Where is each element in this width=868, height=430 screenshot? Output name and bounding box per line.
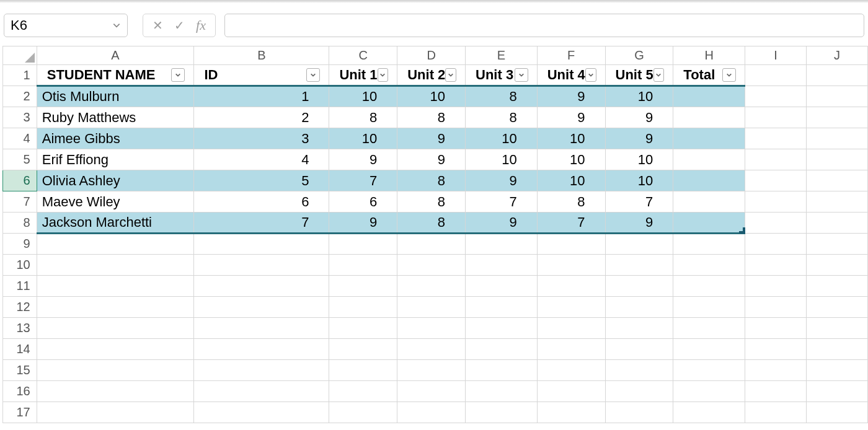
cell-D14[interactable] bbox=[397, 339, 466, 360]
cell-B12[interactable] bbox=[194, 297, 329, 318]
cell-G17[interactable] bbox=[605, 402, 673, 423]
chevron-down-icon[interactable] bbox=[112, 17, 121, 33]
cell-E13[interactable] bbox=[466, 318, 538, 339]
cell-D11[interactable] bbox=[397, 276, 466, 297]
cell-I17[interactable] bbox=[745, 402, 807, 423]
cell-F5[interactable]: 10 bbox=[537, 149, 605, 170]
cell-E1[interactable]: Unit 3 bbox=[466, 65, 538, 86]
cancel-icon[interactable]: ✕ bbox=[153, 18, 163, 33]
fx-icon[interactable]: fx bbox=[196, 17, 206, 33]
cell-C3[interactable]: 8 bbox=[329, 107, 397, 128]
row-header[interactable]: 12 bbox=[3, 297, 37, 318]
cell-I15[interactable] bbox=[745, 360, 807, 381]
cell-J14[interactable] bbox=[807, 339, 868, 360]
cell-C10[interactable] bbox=[329, 255, 397, 276]
col-header-J[interactable]: J bbox=[807, 46, 868, 65]
cell-A14[interactable] bbox=[37, 339, 194, 360]
cell-D4[interactable]: 9 bbox=[397, 128, 466, 149]
cell-J16[interactable] bbox=[807, 381, 868, 402]
cell-F11[interactable] bbox=[537, 276, 605, 297]
cell-A7[interactable]: Maeve Wiley bbox=[37, 191, 194, 213]
cell-I12[interactable] bbox=[745, 297, 807, 318]
name-box[interactable]: K6 bbox=[4, 14, 128, 37]
cell-A15[interactable] bbox=[37, 360, 194, 381]
cell-F16[interactable] bbox=[537, 381, 605, 402]
cell-D15[interactable] bbox=[397, 360, 466, 381]
cell-E6[interactable]: 9 bbox=[466, 170, 538, 191]
cell-F7[interactable]: 8 bbox=[537, 191, 605, 213]
cell-E5[interactable]: 10 bbox=[466, 149, 538, 170]
cell-B15[interactable] bbox=[194, 360, 329, 381]
row-header[interactable]: 1 bbox=[3, 65, 37, 86]
col-header-I[interactable]: I bbox=[745, 46, 807, 65]
cell-H9[interactable] bbox=[673, 234, 745, 255]
cell-C4[interactable]: 10 bbox=[329, 128, 397, 149]
row-header[interactable]: 9 bbox=[3, 234, 37, 255]
cell-B3[interactable]: 2 bbox=[194, 107, 329, 128]
cell-J6[interactable] bbox=[807, 170, 868, 191]
row-header[interactable]: 16 bbox=[3, 381, 37, 402]
cell-C13[interactable] bbox=[329, 318, 397, 339]
cell-H6[interactable] bbox=[673, 170, 745, 191]
spreadsheet-grid[interactable]: ABCDEFGHIJ1STUDENT NAMEIDUnit 1Unit 2Uni… bbox=[2, 46, 868, 430]
col-header-E[interactable]: E bbox=[466, 46, 538, 65]
cell-F1[interactable]: Unit 4 bbox=[537, 65, 605, 86]
cell-J10[interactable] bbox=[807, 255, 868, 276]
cell-B2[interactable]: 1 bbox=[194, 86, 329, 107]
cell-D3[interactable]: 8 bbox=[397, 107, 466, 128]
row-header[interactable]: 2 bbox=[3, 86, 37, 107]
cell-H10[interactable] bbox=[673, 255, 745, 276]
cell-I4[interactable] bbox=[745, 128, 807, 149]
cell-E14[interactable] bbox=[466, 339, 538, 360]
cell-H13[interactable] bbox=[673, 318, 745, 339]
col-header-C[interactable]: C bbox=[329, 46, 397, 65]
cell-A9[interactable] bbox=[37, 234, 194, 255]
cell-H1[interactable]: Total bbox=[673, 65, 745, 86]
filter-button[interactable] bbox=[585, 68, 596, 82]
cell-H15[interactable] bbox=[673, 360, 745, 381]
cell-D9[interactable] bbox=[397, 234, 466, 255]
cell-A5[interactable]: Erif Effiong bbox=[37, 149, 194, 170]
cell-F10[interactable] bbox=[537, 255, 605, 276]
cell-F12[interactable] bbox=[537, 297, 605, 318]
cell-C17[interactable] bbox=[329, 402, 397, 423]
cell-G10[interactable] bbox=[605, 255, 673, 276]
cell-F15[interactable] bbox=[537, 360, 605, 381]
cell-B8[interactable]: 7 bbox=[194, 213, 329, 234]
cell-A8[interactable]: Jackson Marchetti bbox=[37, 213, 194, 234]
cell-H3[interactable] bbox=[673, 107, 745, 128]
col-header-G[interactable]: G bbox=[605, 46, 673, 65]
row-header[interactable]: 3 bbox=[3, 107, 37, 128]
cell-J13[interactable] bbox=[807, 318, 868, 339]
cell-J1[interactable] bbox=[807, 65, 868, 86]
formula-input[interactable] bbox=[224, 14, 864, 37]
cell-B14[interactable] bbox=[194, 339, 329, 360]
row-header[interactable]: 15 bbox=[3, 360, 37, 381]
cell-J8[interactable] bbox=[807, 213, 868, 234]
cell-D7[interactable]: 8 bbox=[397, 191, 466, 213]
cell-J15[interactable] bbox=[807, 360, 868, 381]
cell-H8[interactable] bbox=[673, 213, 745, 234]
cell-F3[interactable]: 9 bbox=[537, 107, 605, 128]
cell-J2[interactable] bbox=[807, 86, 868, 107]
row-header[interactable]: 11 bbox=[3, 276, 37, 297]
cell-H11[interactable] bbox=[673, 276, 745, 297]
cell-A6[interactable]: Olivia Ashley bbox=[37, 170, 194, 191]
cell-I7[interactable] bbox=[745, 191, 807, 213]
cell-D17[interactable] bbox=[397, 402, 466, 423]
cell-A11[interactable] bbox=[37, 276, 194, 297]
cell-J11[interactable] bbox=[807, 276, 868, 297]
row-header[interactable]: 13 bbox=[3, 318, 37, 339]
cell-I6[interactable] bbox=[745, 170, 807, 191]
cell-I5[interactable] bbox=[745, 149, 807, 170]
table-resize-handle[interactable] bbox=[739, 227, 745, 234]
cell-G12[interactable] bbox=[605, 297, 673, 318]
cell-E4[interactable]: 10 bbox=[466, 128, 538, 149]
filter-button[interactable] bbox=[722, 68, 736, 82]
cell-J3[interactable] bbox=[807, 107, 868, 128]
filter-button[interactable] bbox=[378, 68, 389, 82]
cell-B9[interactable] bbox=[194, 234, 329, 255]
cell-B4[interactable]: 3 bbox=[194, 128, 329, 149]
cell-C8[interactable]: 9 bbox=[329, 213, 397, 234]
cell-B7[interactable]: 6 bbox=[194, 191, 329, 213]
